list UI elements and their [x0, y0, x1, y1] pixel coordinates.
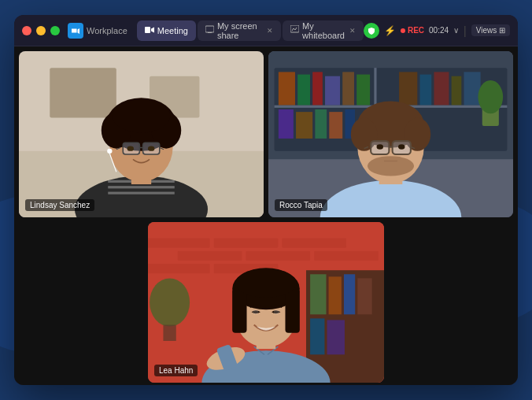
svg-point-84 — [150, 279, 190, 327]
name-rocco: Rocco Tapia — [275, 199, 327, 211]
workplace-label: Workplace — [87, 26, 127, 35]
svg-point-50 — [478, 80, 503, 113]
tabs-area: Meeting My screen share ✕ — [137, 20, 364, 41]
svg-rect-94 — [232, 289, 246, 333]
video-row-bottom: Lea Hahn — [19, 222, 513, 383]
svg-point-97 — [253, 310, 258, 314]
svg-rect-44 — [279, 109, 294, 139]
app-window: Workplace Meeting — [14, 15, 518, 385]
svg-rect-39 — [434, 72, 449, 105]
timer: 00:24 — [429, 26, 449, 35]
svg-point-18 — [113, 99, 171, 132]
video-tile-lindsay: Lindsay Sanchez — [19, 51, 264, 217]
views-grid-icon: ⊞ — [499, 26, 505, 35]
svg-rect-83 — [327, 320, 345, 355]
whiteboard-label: My whiteboard — [302, 21, 345, 40]
svg-rect-45 — [296, 112, 312, 139]
svg-rect-12 — [108, 192, 175, 194]
zoom-logo: Workplace — [68, 23, 127, 39]
svg-rect-70 — [214, 239, 279, 248]
name-lindsay: Lindsay Sanchez — [25, 199, 94, 211]
svg-rect-81 — [357, 279, 371, 315]
video-tile-rocco: Rocco Tapia — [268, 51, 513, 217]
tab-whiteboard[interactable]: My whiteboard ✕ — [283, 20, 364, 41]
svg-rect-74 — [314, 251, 379, 261]
screen-share-close[interactable]: ✕ — [267, 27, 273, 35]
svg-rect-72 — [178, 251, 242, 261]
video-tile-lea: Lea Hahn — [148, 222, 384, 383]
video-row-top: Lindsay Sanchez — [19, 51, 513, 217]
svg-point-26 — [107, 149, 112, 154]
svg-rect-34 — [325, 76, 340, 106]
title-bar: Workplace Meeting — [14, 15, 518, 46]
svg-rect-46 — [315, 109, 327, 139]
svg-point-98 — [274, 310, 279, 314]
lightning-icon: ⚡ — [384, 25, 396, 36]
name-lea: Lea Hahn — [154, 365, 198, 376]
svg-rect-32 — [297, 75, 310, 106]
security-badge — [364, 23, 379, 39]
svg-rect-37 — [399, 72, 417, 105]
video-grid: Lindsay Sanchez — [14, 46, 518, 385]
svg-rect-1 — [145, 27, 150, 33]
svg-point-25 — [148, 146, 154, 150]
screen-share-icon — [205, 25, 214, 35]
views-label: Views — [476, 26, 497, 35]
meeting-tab-icon — [145, 25, 154, 36]
maximize-button[interactable] — [50, 26, 60, 35]
svg-rect-69 — [148, 239, 210, 248]
svg-point-64 — [377, 144, 383, 149]
svg-rect-75 — [148, 264, 210, 273]
svg-rect-2 — [205, 26, 214, 32]
svg-rect-73 — [246, 251, 311, 261]
svg-point-58 — [368, 156, 414, 176]
svg-rect-80 — [344, 275, 355, 315]
meeting-tab-label: Meeting — [157, 26, 188, 35]
svg-rect-78 — [310, 275, 326, 315]
svg-rect-40 — [452, 76, 462, 106]
svg-rect-3 — [208, 32, 212, 33]
tab-screen-share[interactable]: My screen share ✕ — [198, 20, 281, 41]
rec-label: REC — [408, 26, 424, 35]
minimize-button[interactable] — [36, 26, 46, 35]
zoom-icon — [68, 23, 83, 39]
svg-rect-85 — [163, 325, 175, 341]
svg-rect-36 — [357, 75, 370, 106]
svg-rect-35 — [342, 72, 354, 105]
svg-rect-79 — [329, 277, 342, 315]
whiteboard-icon — [290, 25, 299, 35]
svg-point-96 — [235, 269, 297, 298]
svg-point-24 — [127, 146, 134, 150]
rec-dot — [401, 28, 405, 33]
svg-rect-71 — [282, 239, 346, 248]
svg-rect-31 — [279, 72, 295, 105]
chevron-icon[interactable]: ∨ — [453, 26, 459, 35]
divider: | — [464, 24, 467, 37]
title-bar-right: ⚡ REC 00:24 ∨ | Views ⊞ — [364, 23, 510, 39]
svg-rect-11 — [108, 186, 175, 188]
tab-meeting[interactable]: Meeting — [137, 20, 196, 41]
rec-badge: REC — [401, 26, 424, 35]
svg-rect-47 — [329, 112, 342, 139]
svg-rect-82 — [310, 319, 324, 355]
svg-rect-7 — [50, 68, 116, 117]
svg-rect-4 — [290, 25, 299, 32]
svg-point-65 — [398, 144, 405, 149]
svg-rect-95 — [285, 289, 299, 333]
svg-rect-33 — [312, 72, 323, 105]
svg-rect-41 — [464, 72, 480, 105]
views-button[interactable]: Views ⊞ — [471, 24, 510, 36]
whiteboard-close[interactable]: ✕ — [349, 27, 356, 35]
svg-rect-38 — [419, 75, 431, 106]
window-controls — [22, 26, 60, 35]
screen-share-label: My screen share — [217, 21, 262, 40]
close-button[interactable] — [22, 26, 31, 35]
